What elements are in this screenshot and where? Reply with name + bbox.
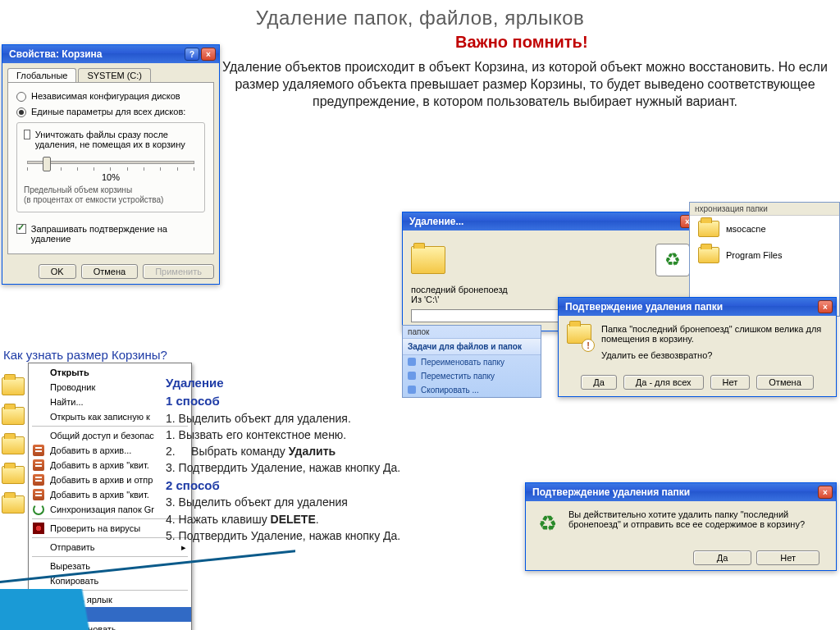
- sync-icon: [33, 504, 44, 515]
- dlg-confirm-msg: Вы действительно хотите удалить папку "п…: [568, 509, 828, 537]
- chk-destroy-label: Уничтожать файлы сразу после удаления, н…: [35, 130, 198, 149]
- explorer-item-label: мsocacne: [726, 224, 766, 234]
- explorer-item[interactable]: Program Files: [690, 242, 839, 268]
- yes-all-button[interactable]: Да - для всех: [623, 375, 704, 390]
- confirm-big-dialog: Подтверждение удаления папки × Папка "по…: [558, 297, 837, 397]
- step: 5. Подтвердить Удаление, нажав кнопку Да…: [166, 527, 527, 544]
- no-button[interactable]: Нет: [710, 375, 751, 390]
- folder-icon: [2, 407, 25, 425]
- confirm-delete-dialog: Подтверждение удаления папки × Вы действ…: [525, 482, 837, 571]
- file-name: последний бронепоезд: [411, 285, 690, 294]
- explorer-item[interactable]: мsocacne: [690, 216, 839, 242]
- yes-button[interactable]: Да: [693, 550, 752, 565]
- folder-icon: [2, 377, 25, 395]
- help-button[interactable]: ?: [185, 48, 199, 61]
- folder-icon: [698, 221, 719, 237]
- folder-icon: [2, 495, 25, 514]
- radio-shared-label: Единые параметры для всех дисков:: [31, 107, 185, 116]
- explorer-toolbar: нхронизация папки: [690, 203, 839, 216]
- radio-shared[interactable]: [16, 107, 26, 117]
- dlg-big-line1: Папка "последний бронепоезд" слишком вел…: [601, 324, 828, 344]
- step: 4. Нажать клавишу DELETE.: [166, 511, 527, 527]
- yes-button[interactable]: Да: [581, 375, 617, 390]
- limit-note: (в процентах от емкости устройства): [24, 195, 163, 204]
- task-pane: папок Задачи для файлов и папок Переимен…: [402, 325, 541, 398]
- cancel-button[interactable]: Отмена: [756, 375, 813, 390]
- tab-systemc[interactable]: SYSTEM (C:): [78, 68, 151, 82]
- slider-percent: 10%: [24, 172, 198, 182]
- slider-thumb[interactable]: [43, 157, 51, 171]
- question-text: Как узнать размер Корзины?: [3, 348, 167, 362]
- task-copy[interactable]: Скопировать ...: [403, 383, 541, 397]
- radio-independent[interactable]: [16, 92, 26, 102]
- radio-independent-label: Независимая конфигурация дисков: [31, 91, 180, 101]
- step: 1. Вызвать его контекстное меню.: [166, 427, 527, 443]
- ok-button[interactable]: OK: [39, 264, 76, 279]
- window-title: Свойства: Корзина: [9, 48, 102, 60]
- task-move[interactable]: Переместить папку: [403, 369, 541, 383]
- method2: 2 способ: [166, 477, 527, 495]
- recycle-icon: [655, 244, 690, 276]
- deletion-steps: Удаление 1 способ 1. Выделить объект для…: [166, 374, 527, 544]
- close-button[interactable]: ×: [201, 48, 216, 61]
- size-slider[interactable]: [27, 161, 194, 164]
- chk-confirm-label: Запрашивать подтверждение на удаление: [31, 224, 205, 244]
- step: 3. Выделить объект для удаления: [166, 494, 527, 510]
- virus-icon: [33, 523, 44, 534]
- tab-global[interactable]: Глобальные: [7, 68, 76, 82]
- step: 3. Подтвердить Удаление, нажав кнопку Да…: [166, 459, 527, 476]
- dlg-delete-title: Удаление...: [409, 216, 463, 227]
- dlg-big-line2: Удалить ее безвозвратно?: [601, 350, 828, 360]
- dlg-big-title: Подтверждение удаления папки: [565, 301, 723, 313]
- titlebar[interactable]: Свойства: Корзина ? ×: [2, 45, 219, 63]
- taskpane-heading: Задачи для файлов и папок: [403, 339, 541, 355]
- bg-folders: [2, 377, 26, 525]
- cancel-button[interactable]: Отмена: [81, 264, 138, 279]
- main-paragraph: Удаление объектов происходит в объект Ко…: [221, 59, 829, 110]
- archive-icon: [33, 459, 44, 471]
- chk-confirm[interactable]: [16, 224, 26, 234]
- explorer-item-label: Program Files: [726, 250, 782, 260]
- folder-icon: [698, 247, 719, 263]
- step: 1. Выделить объект для удаления.: [166, 410, 527, 427]
- limit-label: Предельный объем корзины: [24, 185, 132, 194]
- archive-icon: [33, 489, 44, 500]
- taskpane-top: папок: [403, 326, 541, 339]
- task-rename[interactable]: Переименовать папку: [403, 355, 541, 369]
- dlg-confirm-title: Подтверждение удаления папки: [532, 486, 690, 498]
- warning-folder-icon: [567, 324, 593, 350]
- recycle-icon: [534, 509, 560, 537]
- close-icon[interactable]: ×: [818, 300, 833, 313]
- folder-icon: [2, 466, 25, 484]
- folder-icon: [2, 436, 25, 454]
- folder-icon: [411, 246, 445, 274]
- chk-destroy[interactable]: [24, 130, 30, 139]
- archive-icon: [33, 445, 44, 456]
- no-button[interactable]: Нет: [756, 550, 819, 565]
- apply-button: Применить: [143, 264, 214, 279]
- slide-title: Удаление папок, файлов, ярлыков: [0, 0, 840, 30]
- close-icon[interactable]: ×: [818, 486, 833, 499]
- step: 2. Выбрать команду Удалить: [166, 443, 527, 459]
- archive-icon: [33, 474, 44, 486]
- important-heading: Важно помнить!: [455, 33, 588, 52]
- recycle-properties-window: Свойства: Корзина ? × Глобальные SYSTEM …: [2, 44, 220, 285]
